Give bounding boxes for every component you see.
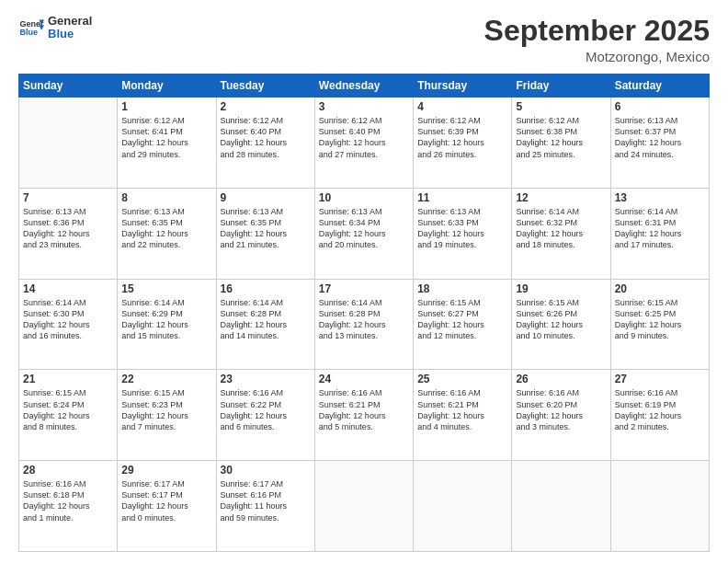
day-number: 30 — [221, 464, 311, 477]
table-row: 28Sunrise: 6:16 AM Sunset: 6:18 PM Dayli… — [19, 461, 118, 552]
day-info: Sunrise: 6:13 AM Sunset: 6:33 PM Dayligh… — [417, 206, 507, 251]
table-row: 30Sunrise: 6:17 AM Sunset: 6:16 PM Dayli… — [216, 461, 314, 552]
day-number: 11 — [417, 191, 507, 204]
table-row: 24Sunrise: 6:16 AM Sunset: 6:21 PM Dayli… — [314, 370, 413, 461]
table-row — [610, 461, 709, 552]
calendar-week-row: 21Sunrise: 6:15 AM Sunset: 6:24 PM Dayli… — [19, 370, 710, 461]
day-info: Sunrise: 6:15 AM Sunset: 6:24 PM Dayligh… — [23, 387, 113, 432]
col-friday: Friday — [512, 75, 610, 98]
table-row: 19Sunrise: 6:15 AM Sunset: 6:26 PM Dayli… — [512, 279, 610, 370]
table-row: 22Sunrise: 6:15 AM Sunset: 6:23 PM Dayli… — [118, 370, 216, 461]
col-wednesday: Wednesday — [314, 75, 413, 98]
day-number: 4 — [417, 100, 507, 113]
col-sunday: Sunday — [19, 75, 118, 98]
svg-text:Blue: Blue — [19, 29, 38, 38]
day-number: 2 — [221, 100, 311, 113]
table-row: 7Sunrise: 6:13 AM Sunset: 6:36 PM Daylig… — [19, 188, 118, 279]
page-header: General Blue General Blue September 2025… — [18, 15, 710, 64]
calendar-header-row: Sunday Monday Tuesday Wednesday Thursday… — [19, 75, 710, 98]
table-row: 3Sunrise: 6:12 AM Sunset: 6:40 PM Daylig… — [314, 98, 413, 189]
col-tuesday: Tuesday — [216, 75, 314, 98]
col-saturday: Saturday — [610, 75, 709, 98]
day-info: Sunrise: 6:14 AM Sunset: 6:28 PM Dayligh… — [221, 297, 311, 342]
day-info: Sunrise: 6:13 AM Sunset: 6:37 PM Dayligh… — [615, 115, 705, 160]
day-number: 5 — [516, 100, 606, 113]
day-number: 25 — [417, 373, 507, 385]
day-number: 7 — [23, 191, 113, 204]
table-row: 8Sunrise: 6:13 AM Sunset: 6:35 PM Daylig… — [118, 188, 216, 279]
day-number: 1 — [121, 100, 211, 113]
month-title: September 2025 — [484, 15, 710, 47]
day-info: Sunrise: 6:14 AM Sunset: 6:29 PM Dayligh… — [121, 297, 211, 342]
day-info: Sunrise: 6:12 AM Sunset: 6:38 PM Dayligh… — [516, 115, 606, 160]
day-info: Sunrise: 6:12 AM Sunset: 6:40 PM Dayligh… — [221, 115, 311, 160]
table-row: 15Sunrise: 6:14 AM Sunset: 6:29 PM Dayli… — [118, 279, 216, 370]
day-info: Sunrise: 6:17 AM Sunset: 6:17 PM Dayligh… — [121, 478, 211, 523]
day-number: 12 — [516, 191, 606, 204]
calendar-week-row: 1Sunrise: 6:12 AM Sunset: 6:41 PM Daylig… — [19, 98, 710, 189]
table-row: 16Sunrise: 6:14 AM Sunset: 6:28 PM Dayli… — [216, 279, 314, 370]
table-row: 5Sunrise: 6:12 AM Sunset: 6:38 PM Daylig… — [512, 98, 610, 189]
table-row: 25Sunrise: 6:16 AM Sunset: 6:21 PM Dayli… — [414, 370, 512, 461]
day-number: 15 — [121, 282, 211, 295]
day-number: 16 — [221, 282, 311, 295]
table-row: 17Sunrise: 6:14 AM Sunset: 6:28 PM Dayli… — [314, 279, 413, 370]
day-info: Sunrise: 6:15 AM Sunset: 6:23 PM Dayligh… — [121, 387, 211, 432]
day-number: 3 — [319, 100, 409, 113]
day-number: 17 — [319, 282, 409, 295]
day-number: 22 — [121, 373, 211, 385]
day-number: 24 — [319, 373, 409, 385]
day-info: Sunrise: 6:13 AM Sunset: 6:36 PM Dayligh… — [23, 206, 113, 251]
day-info: Sunrise: 6:16 AM Sunset: 6:22 PM Dayligh… — [221, 387, 311, 432]
day-number: 20 — [615, 282, 705, 295]
location: Motzorongo, Mexico — [484, 49, 710, 64]
day-number: 14 — [23, 282, 113, 295]
table-row: 27Sunrise: 6:16 AM Sunset: 6:19 PM Dayli… — [610, 370, 709, 461]
day-info: Sunrise: 6:14 AM Sunset: 6:31 PM Dayligh… — [615, 206, 705, 251]
day-info: Sunrise: 6:16 AM Sunset: 6:18 PM Dayligh… — [23, 478, 113, 523]
day-info: Sunrise: 6:14 AM Sunset: 6:30 PM Dayligh… — [23, 297, 113, 342]
table-row: 6Sunrise: 6:13 AM Sunset: 6:37 PM Daylig… — [610, 98, 709, 189]
day-info: Sunrise: 6:17 AM Sunset: 6:16 PM Dayligh… — [221, 478, 311, 523]
table-row: 2Sunrise: 6:12 AM Sunset: 6:40 PM Daylig… — [216, 98, 314, 189]
logo: General Blue General Blue — [18, 15, 92, 41]
table-row: 14Sunrise: 6:14 AM Sunset: 6:30 PM Dayli… — [19, 279, 118, 370]
table-row: 10Sunrise: 6:13 AM Sunset: 6:34 PM Dayli… — [314, 188, 413, 279]
day-info: Sunrise: 6:13 AM Sunset: 6:35 PM Dayligh… — [121, 206, 211, 251]
day-info: Sunrise: 6:14 AM Sunset: 6:28 PM Dayligh… — [319, 297, 409, 342]
table-row: 9Sunrise: 6:13 AM Sunset: 6:35 PM Daylig… — [216, 188, 314, 279]
logo-blue: Blue — [48, 28, 92, 40]
day-info: Sunrise: 6:12 AM Sunset: 6:40 PM Dayligh… — [319, 115, 409, 160]
table-row — [19, 98, 118, 189]
table-row: 26Sunrise: 6:16 AM Sunset: 6:20 PM Dayli… — [512, 370, 610, 461]
day-info: Sunrise: 6:12 AM Sunset: 6:39 PM Dayligh… — [417, 115, 507, 160]
calendar-table: Sunday Monday Tuesday Wednesday Thursday… — [18, 74, 710, 552]
day-number: 10 — [319, 191, 409, 204]
table-row: 23Sunrise: 6:16 AM Sunset: 6:22 PM Dayli… — [216, 370, 314, 461]
day-number: 29 — [121, 464, 211, 477]
table-row: 4Sunrise: 6:12 AM Sunset: 6:39 PM Daylig… — [414, 98, 512, 189]
day-info: Sunrise: 6:13 AM Sunset: 6:34 PM Dayligh… — [319, 206, 409, 251]
day-number: 26 — [516, 373, 606, 385]
day-info: Sunrise: 6:15 AM Sunset: 6:26 PM Dayligh… — [516, 297, 606, 342]
table-row — [414, 461, 512, 552]
col-thursday: Thursday — [414, 75, 512, 98]
table-row: 13Sunrise: 6:14 AM Sunset: 6:31 PM Dayli… — [610, 188, 709, 279]
table-row: 11Sunrise: 6:13 AM Sunset: 6:33 PM Dayli… — [414, 188, 512, 279]
day-info: Sunrise: 6:16 AM Sunset: 6:21 PM Dayligh… — [417, 387, 507, 432]
table-row: 29Sunrise: 6:17 AM Sunset: 6:17 PM Dayli… — [118, 461, 216, 552]
col-monday: Monday — [118, 75, 216, 98]
day-number: 13 — [615, 191, 705, 204]
table-row: 1Sunrise: 6:12 AM Sunset: 6:41 PM Daylig… — [118, 98, 216, 189]
day-info: Sunrise: 6:13 AM Sunset: 6:35 PM Dayligh… — [221, 206, 311, 251]
day-info: Sunrise: 6:16 AM Sunset: 6:21 PM Dayligh… — [319, 387, 409, 432]
day-number: 8 — [121, 191, 211, 204]
day-number: 23 — [221, 373, 311, 385]
day-info: Sunrise: 6:16 AM Sunset: 6:19 PM Dayligh… — [615, 387, 705, 432]
calendar-week-row: 28Sunrise: 6:16 AM Sunset: 6:18 PM Dayli… — [19, 461, 710, 552]
title-block: September 2025 Motzorongo, Mexico — [484, 15, 710, 64]
day-info: Sunrise: 6:16 AM Sunset: 6:20 PM Dayligh… — [516, 387, 606, 432]
day-info: Sunrise: 6:14 AM Sunset: 6:32 PM Dayligh… — [516, 206, 606, 251]
day-number: 27 — [615, 373, 705, 385]
logo-icon: General Blue — [18, 15, 44, 40]
